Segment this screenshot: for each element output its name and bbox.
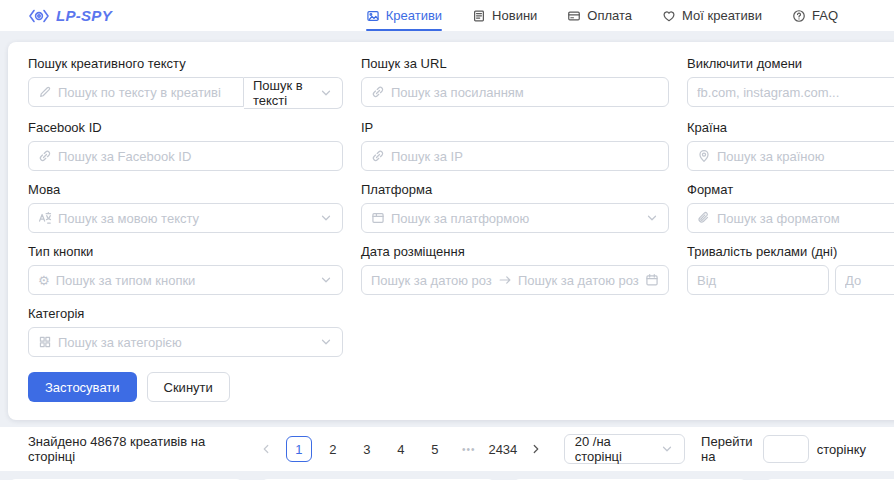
pin-icon	[697, 149, 711, 163]
reset-button[interactable]: Скинути	[147, 372, 230, 402]
url-input[interactable]	[391, 85, 659, 100]
field-label: Пошук за URL	[361, 56, 669, 71]
chevron-down-icon	[319, 273, 333, 287]
field-label: Дата розміщення	[361, 244, 669, 259]
gear-icon: ⚙	[38, 274, 50, 287]
link-icon	[371, 85, 385, 99]
chevron-down-icon	[319, 86, 333, 100]
field-label: Тип кнопки	[28, 244, 343, 259]
page-button[interactable]: 4	[388, 436, 414, 462]
logo-eye-icon	[28, 8, 50, 24]
calendar-icon	[645, 273, 659, 287]
text-search-mode-select[interactable]: Пошук в тексті	[244, 77, 343, 109]
field-url: Пошук за URL	[361, 56, 669, 109]
nav-label: FAQ	[812, 8, 838, 23]
goto-page-input[interactable]	[763, 435, 809, 463]
date-end-input[interactable]	[518, 273, 639, 288]
creative-cards-row: LA FEMME La Femme Ternopil 2025-11-20 21…	[0, 471, 894, 480]
date-start-input[interactable]	[371, 273, 492, 288]
prev-page-button[interactable]	[254, 436, 278, 462]
field-label: Тривалість реклами (дні)	[687, 244, 894, 259]
page-button[interactable]: 2	[320, 436, 346, 462]
top-header: LP-SPY Креативи Новини Оплата Мої креати…	[0, 0, 894, 31]
arrow-right-icon	[498, 273, 512, 287]
results-summary: Знайдено 48678 креативів на сторінці	[28, 434, 236, 464]
chevron-down-icon	[319, 335, 333, 349]
page-button[interactable]: 5	[422, 436, 448, 462]
field-facebook-id: Facebook ID	[28, 120, 343, 171]
platform-input[interactable]	[391, 211, 639, 226]
field-platform: Платформа	[361, 182, 669, 233]
goto-prefix: Перейти на	[701, 434, 755, 464]
nav-creatives[interactable]: Креативи	[366, 0, 442, 31]
category-select[interactable]	[28, 327, 343, 357]
field-label: Країна	[687, 120, 894, 135]
nav-label: Оплата	[587, 8, 632, 23]
country-input[interactable]	[717, 149, 894, 164]
duration-to-input[interactable]	[845, 273, 894, 288]
link-icon	[38, 149, 52, 163]
duration-from-input[interactable]	[697, 273, 819, 288]
button-type-input[interactable]	[56, 273, 313, 288]
ip-input[interactable]	[391, 149, 659, 164]
nav-payment[interactable]: Оплата	[567, 0, 632, 31]
heart-icon	[662, 9, 676, 23]
creative-text-input[interactable]	[58, 85, 234, 100]
page-ellipsis: •••	[456, 436, 482, 462]
page-size-select[interactable]: 20 /на сторінці	[564, 434, 685, 464]
nav-faq[interactable]: FAQ	[792, 0, 838, 31]
nav-label: Мої креативи	[682, 8, 762, 23]
field-category: Категорія	[28, 306, 343, 357]
nav-label: Новини	[492, 8, 537, 23]
logo[interactable]: LP-SPY	[28, 7, 112, 24]
field-creative-text: Пошук креативного тексту Пошук в тексті	[28, 56, 343, 109]
next-page-button[interactable]	[524, 436, 548, 462]
credit-card-icon	[567, 9, 581, 23]
chevron-down-icon	[319, 211, 333, 225]
paperclip-icon	[697, 211, 711, 225]
field-language: Мова	[28, 182, 343, 233]
language-input[interactable]	[58, 211, 313, 226]
nav-news[interactable]: Новини	[472, 0, 537, 31]
button-type-select[interactable]: ⚙	[28, 265, 343, 295]
logo-text: LP-SPY	[56, 7, 112, 24]
chevron-left-icon	[259, 442, 273, 456]
category-grid-icon	[38, 335, 52, 349]
exclude-domains-input[interactable]	[697, 85, 894, 100]
page-button[interactable]: 2434	[490, 436, 516, 462]
chevron-down-icon	[660, 442, 674, 456]
nav-my-creatives[interactable]: Мої креативи	[662, 0, 762, 31]
date-range-picker[interactable]	[361, 265, 669, 295]
main-nav: Креативи Новини Оплата Мої креативи FAQ	[366, 0, 838, 31]
field-label: Категорія	[28, 306, 343, 321]
facebook-id-input[interactable]	[58, 149, 333, 164]
language-select[interactable]	[28, 203, 343, 233]
translate-icon	[38, 211, 52, 225]
field-label: Facebook ID	[28, 120, 343, 135]
format-input[interactable]	[717, 211, 894, 226]
chevron-right-icon	[529, 442, 543, 456]
apply-button[interactable]: Застосувати	[28, 372, 137, 402]
chevron-down-icon	[645, 211, 659, 225]
field-label: Пошук креативного тексту	[28, 56, 343, 71]
page-button[interactable]: 1	[286, 436, 312, 462]
link-icon	[371, 149, 385, 163]
field-ip: IP	[361, 120, 669, 171]
filter-panel: Пошук креативного тексту Пошук в тексті …	[8, 42, 894, 420]
goto-suffix: сторінку	[817, 442, 866, 457]
field-country: Країна	[687, 120, 894, 171]
pagination-pages: 12345•••2434	[286, 436, 516, 462]
field-label: Мова	[28, 182, 343, 197]
news-icon	[472, 9, 486, 23]
field-label: IP	[361, 120, 669, 135]
question-icon	[792, 9, 806, 23]
page-button[interactable]: 3	[354, 436, 380, 462]
field-duration: Тривалість реклами (дні)	[687, 244, 894, 295]
platform-select[interactable]	[361, 203, 669, 233]
field-label: Платформа	[361, 182, 669, 197]
category-input[interactable]	[58, 335, 313, 350]
platform-icon	[371, 211, 385, 225]
image-icon	[366, 9, 380, 23]
results-bar: Знайдено 48678 креативів на сторінці 123…	[0, 427, 894, 471]
field-label: Формат	[687, 182, 894, 197]
